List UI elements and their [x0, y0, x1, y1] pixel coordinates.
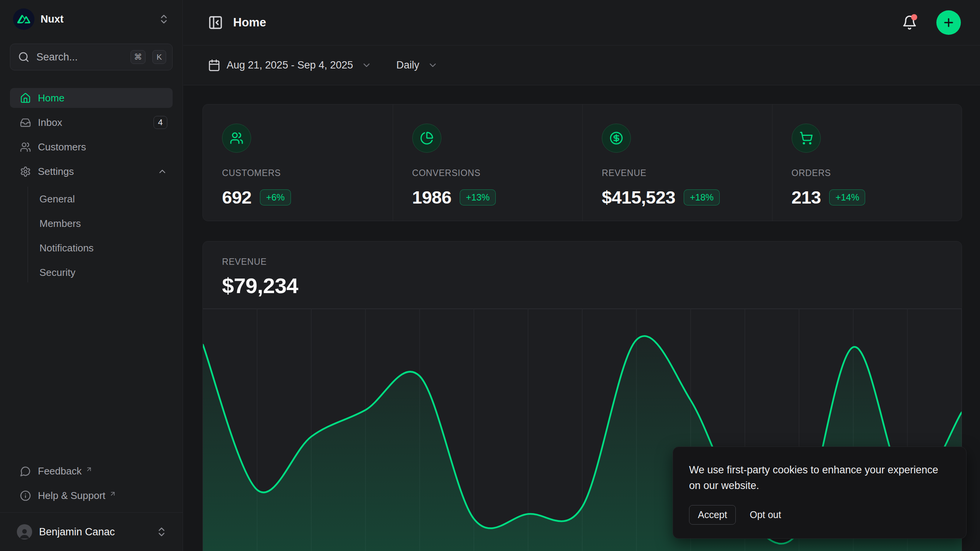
sidebar-item-label: Inbox	[38, 117, 147, 129]
stats-card-group: CUSTOMERS 692 +6% CONVERSIONS 1986 +13%	[203, 104, 962, 221]
home-icon	[20, 93, 31, 104]
accept-button[interactable]: Accept	[689, 505, 736, 525]
sidebar-item-inbox[interactable]: Inbox 4	[10, 112, 173, 132]
calendar-icon	[208, 59, 220, 72]
cookie-message: We use first-party cookies to enhance yo…	[689, 462, 950, 494]
sidebar-item-notifications[interactable]: Notifications	[28, 238, 173, 258]
dollar-circle-icon	[602, 124, 631, 153]
cookie-banner: We use first-party cookies to enhance yo…	[673, 447, 967, 539]
stat-value: 692	[222, 187, 252, 208]
stat-label: ORDERS	[792, 168, 962, 178]
user-name: Benjamin Canac	[39, 526, 149, 538]
sidebar-item-label: Home	[38, 92, 167, 104]
kbd-k: K	[152, 50, 166, 64]
info-circle-icon	[20, 490, 31, 501]
filter-toolbar: Aug 21, 2025 - Sep 4, 2025 Daily	[183, 46, 980, 85]
sidebar-nav: Home Inbox 4 Customers Settings General …	[10, 88, 173, 282]
nuxt-logo-icon	[13, 8, 34, 30]
help-support-label: Help & Support	[38, 490, 105, 502]
sidebar-item-home[interactable]: Home	[10, 88, 173, 108]
sidebar-footer: Feedback Help & Support	[10, 461, 173, 512]
revenue-chart-total: $79,234	[222, 273, 962, 298]
stat-customers: CUSTOMERS 692 +6%	[203, 104, 393, 221]
external-link-arrow-icon	[85, 466, 93, 473]
sidebar-item-label: Customers	[38, 141, 167, 153]
message-bubble-icon	[20, 466, 31, 477]
search-icon	[18, 51, 29, 63]
sidebar: Nuxt Search... ⌘ K Home Inbox 4 Customer…	[0, 0, 183, 551]
revenue-chart-label: REVENUE	[222, 257, 962, 267]
opt-out-button[interactable]: Opt out	[750, 509, 781, 520]
stat-orders: ORDERS 213 +14%	[772, 104, 962, 221]
inbox-icon	[20, 117, 31, 128]
sidebar-divider	[0, 512, 183, 513]
help-support-link[interactable]: Help & Support	[10, 486, 173, 505]
stat-revenue: REVENUE $415,523 +18%	[582, 104, 772, 221]
chevron-up-icon	[157, 166, 167, 176]
stat-conversions: CONVERSIONS 1986 +13%	[393, 104, 583, 221]
kbd-meta: ⌘	[131, 50, 145, 64]
stat-value: $415,523	[602, 187, 675, 208]
chevrons-up-down-icon	[158, 13, 170, 25]
date-range-value: Aug 21, 2025 - Sep 4, 2025	[227, 59, 353, 71]
users-icon	[20, 142, 31, 153]
stat-delta-badge: +14%	[829, 189, 865, 205]
external-link-arrow-icon	[109, 490, 116, 497]
settings-gear-icon	[20, 166, 31, 177]
stat-label: CONVERSIONS	[412, 168, 583, 178]
workspace-selector[interactable]: Nuxt	[10, 0, 173, 38]
inbox-count-badge: 4	[154, 116, 167, 129]
stat-value: 1986	[412, 187, 452, 208]
pie-chart-icon	[412, 124, 441, 153]
stat-delta-badge: +13%	[460, 189, 496, 205]
stat-label: REVENUE	[602, 168, 772, 178]
user-menu[interactable]: Benjamin Canac	[10, 516, 173, 548]
stat-label: CUSTOMERS	[222, 168, 393, 178]
sidebar-item-customers[interactable]: Customers	[10, 137, 173, 157]
sidebar-item-label: Settings	[38, 166, 150, 178]
cart-icon	[792, 124, 821, 153]
search-input[interactable]: Search... ⌘ K	[10, 44, 173, 70]
panel-collapse-icon[interactable]	[208, 15, 223, 30]
stat-delta-badge: +18%	[684, 189, 720, 205]
chevron-down-icon	[361, 60, 372, 70]
settings-subnav: General Members Notifications Security	[28, 187, 173, 282]
stat-delta-badge: +6%	[260, 189, 291, 205]
sidebar-item-general[interactable]: General	[28, 189, 173, 209]
sidebar-item-settings[interactable]: Settings	[10, 161, 173, 181]
feedback-link[interactable]: Feedback	[10, 461, 173, 481]
top-header: Home	[183, 0, 980, 46]
users-icon	[222, 124, 251, 153]
add-button[interactable]	[936, 10, 961, 35]
granularity-value: Daily	[396, 59, 419, 71]
workspace-name: Nuxt	[41, 13, 152, 25]
chevron-down-icon	[428, 60, 438, 70]
page-title: Home	[233, 16, 892, 29]
sidebar-item-members[interactable]: Members	[28, 214, 173, 233]
granularity-select[interactable]: Daily	[396, 59, 438, 71]
sidebar-item-security[interactable]: Security	[28, 262, 173, 282]
stat-value: 213	[792, 187, 821, 208]
date-range-picker[interactable]: Aug 21, 2025 - Sep 4, 2025	[208, 59, 372, 72]
avatar	[17, 524, 32, 540]
chevrons-up-down-icon	[156, 526, 167, 538]
search-placeholder: Search...	[36, 51, 124, 63]
notification-dot	[911, 14, 917, 20]
plus-icon	[942, 16, 955, 29]
feedback-label: Feedback	[38, 465, 82, 477]
notifications-button[interactable]	[902, 15, 917, 30]
